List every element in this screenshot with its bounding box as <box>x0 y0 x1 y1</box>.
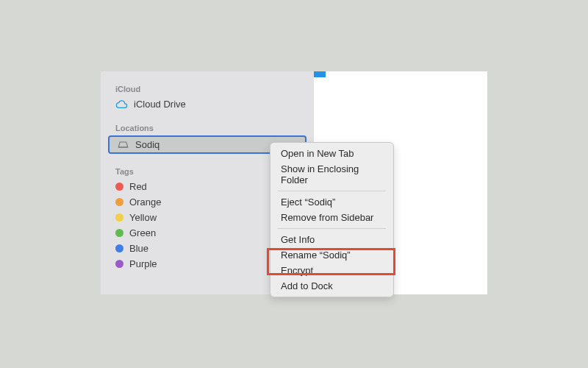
context-menu: Open in New Tab Show in Enclosing Folder… <box>270 142 394 297</box>
menu-remove-sidebar[interactable]: Remove from Sidebar <box>270 210 393 225</box>
menu-add-to-dock[interactable]: Add to Dock <box>270 278 393 294</box>
disk-icon <box>117 139 129 150</box>
menu-encrypt[interactable]: Encrypt <box>270 263 393 278</box>
tag-dot-icon <box>115 198 123 206</box>
menu-get-info[interactable]: Get Info <box>270 232 393 247</box>
menu-rename[interactable]: Rename “Sodiq” <box>270 247 393 263</box>
sidebar-item-label: iCloud Drive <box>134 99 186 110</box>
tag-dot-icon <box>115 244 123 252</box>
tag-dot-icon <box>115 183 123 191</box>
sidebar-item-label: Green <box>129 227 156 238</box>
sidebar-item-label: Purple <box>129 258 157 269</box>
section-header-icloud: iCloud <box>101 79 314 96</box>
sidebar-item-label: Blue <box>129 243 148 254</box>
cloud-icon <box>115 99 128 110</box>
menu-show-enclosing-folder[interactable]: Show in Enclosing Folder <box>270 161 393 188</box>
sidebar-item-icloud-drive[interactable]: iCloud Drive <box>101 96 314 112</box>
sidebar-item-label: Yellow <box>129 212 157 223</box>
tag-dot-icon <box>115 229 123 237</box>
sidebar-item-label: Red <box>129 181 147 192</box>
menu-eject[interactable]: Eject “Sodiq” <box>270 194 393 210</box>
selection-indicator <box>314 71 326 77</box>
menu-divider <box>278 191 386 191</box>
sidebar-item-label: Orange <box>129 197 161 208</box>
menu-divider <box>278 228 386 229</box>
tag-dot-icon <box>115 260 123 268</box>
sidebar-item-label: Sodiq <box>135 139 159 150</box>
menu-open-new-tab[interactable]: Open in New Tab <box>270 146 393 161</box>
section-header-locations: Locations <box>101 118 314 135</box>
tag-dot-icon <box>115 213 123 222</box>
